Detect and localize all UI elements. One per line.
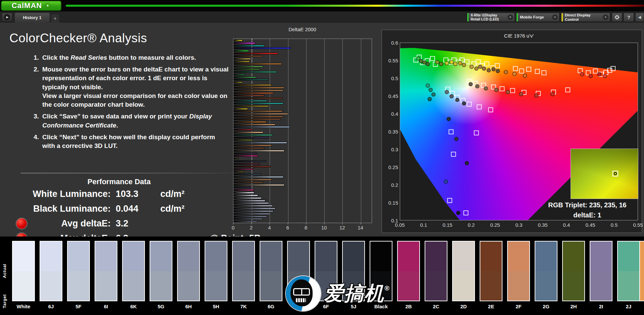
help-button[interactable]: ? <box>624 13 634 22</box>
cie-measured-point[interactable] <box>478 65 482 69</box>
cie-measured-point[interactable] <box>513 72 516 76</box>
delta-e-bar[interactable] <box>233 137 270 139</box>
cie-measured-point[interactable] <box>445 90 449 94</box>
cie-target-square[interactable] <box>542 71 546 75</box>
collapse-panel-button[interactable]: ◀ <box>635 13 644 22</box>
cie-measured-point[interactable] <box>435 60 439 64</box>
cie-target-square[interactable] <box>520 69 524 73</box>
delta-e-bar[interactable] <box>233 113 288 115</box>
cie-target-square[interactable] <box>500 87 504 91</box>
delta-e-bar[interactable] <box>233 103 283 104</box>
cie-measured-point[interactable] <box>450 95 453 98</box>
delta-e-bar[interactable] <box>233 47 291 49</box>
cie-measured-point[interactable] <box>428 97 432 101</box>
cie-target-square[interactable] <box>535 69 540 73</box>
delta-e-bar[interactable] <box>233 84 272 86</box>
cie-target-square[interactable] <box>447 198 452 203</box>
cie-measured-point[interactable] <box>432 93 435 96</box>
delta-e-bar[interactable] <box>233 108 248 110</box>
delta-e-bar[interactable] <box>233 192 254 194</box>
display-control-dropdown[interactable]: Direct Display Control ▼ <box>561 13 610 22</box>
meter-dropdown[interactable]: X-Rite i1Display Retail LCD (LED) ▼ <box>467 13 515 22</box>
delta-e-bar[interactable] <box>233 195 258 196</box>
delta-e-bar[interactable] <box>233 116 283 117</box>
delta-e-bar[interactable] <box>233 97 282 99</box>
delta-e-bar[interactable] <box>233 176 283 178</box>
delta-e-bar[interactable] <box>233 171 245 172</box>
cie-measured-point[interactable] <box>445 61 449 65</box>
cie-measured-point[interactable] <box>444 180 448 183</box>
cie-measured-point[interactable] <box>589 74 593 78</box>
delta-e-bar[interactable] <box>233 82 243 83</box>
tab-history-1[interactable]: History 1 <box>14 12 50 22</box>
delta-e-bar[interactable] <box>233 210 273 212</box>
delta-e-bar[interactable] <box>233 221 257 222</box>
cie-measured-point[interactable] <box>453 62 457 66</box>
delta-e-bar[interactable] <box>233 145 272 146</box>
cie-measured-point[interactable] <box>469 83 473 86</box>
cie-measured-point[interactable] <box>476 85 479 88</box>
delta-e-bar[interactable] <box>233 202 269 204</box>
cie-measured-point[interactable] <box>603 74 607 78</box>
delta-e-bar[interactable] <box>233 218 263 220</box>
delta-e-bar[interactable] <box>233 63 282 65</box>
delta-e-bar[interactable] <box>233 40 243 41</box>
delta-e-bar[interactable] <box>233 153 257 154</box>
cie-measured-point[interactable] <box>447 117 450 121</box>
delta-e-bar[interactable] <box>233 150 284 152</box>
delta-e-bar[interactable] <box>233 179 272 180</box>
cie-measured-point[interactable] <box>426 62 430 66</box>
delta-e-bar[interactable] <box>233 92 273 94</box>
cie-target-square[interactable] <box>485 62 489 66</box>
cie-target-square[interactable] <box>566 88 570 92</box>
cie-measured-point[interactable] <box>465 161 469 165</box>
cie-measured-point[interactable] <box>426 84 430 88</box>
delta-e-bar[interactable] <box>233 147 264 149</box>
settings-button[interactable] <box>612 13 622 22</box>
cie-target-square[interactable] <box>430 56 435 61</box>
delta-e-bar[interactable] <box>233 208 275 209</box>
delta-e-bar[interactable] <box>233 76 256 78</box>
cie-measured-point[interactable] <box>597 72 601 76</box>
delta-e-bar[interactable] <box>233 168 254 170</box>
delta-e-bar[interactable] <box>233 216 267 217</box>
delta-e-bar[interactable] <box>233 200 265 202</box>
cie-measured-point[interactable] <box>462 102 466 105</box>
cie-measured-point[interactable] <box>492 67 495 71</box>
delta-e-bar[interactable] <box>233 160 266 162</box>
cie-measured-point[interactable] <box>496 69 500 73</box>
cie-measured-point[interactable] <box>458 61 462 65</box>
calman-menu-button[interactable]: CalMAN ▼ <box>1 1 61 11</box>
delta-e-bar[interactable] <box>233 166 271 167</box>
cie-measured-point[interactable] <box>551 92 554 96</box>
cie-measured-point[interactable] <box>439 62 443 66</box>
cie-target-square[interactable] <box>451 152 456 156</box>
delta-e-bar[interactable] <box>233 118 281 120</box>
delta-e-bar[interactable] <box>233 139 253 141</box>
cie-target-square[interactable] <box>495 63 499 68</box>
cie-target-square[interactable] <box>527 67 531 71</box>
delta-e-bar[interactable] <box>233 95 264 96</box>
delta-e-bar[interactable] <box>233 121 266 123</box>
cie-measured-point[interactable] <box>519 92 523 96</box>
delta-e-bar[interactable] <box>233 158 239 159</box>
cie-measured-point[interactable] <box>523 74 527 77</box>
delta-e-bar[interactable] <box>233 134 273 136</box>
delta-e-bar[interactable] <box>233 58 251 60</box>
delta-e-bar[interactable] <box>233 163 260 165</box>
delta-e-bar[interactable] <box>233 61 250 62</box>
delta-e-bar[interactable] <box>233 42 255 44</box>
cie-target-square[interactable] <box>593 69 598 73</box>
delta-e-bar[interactable] <box>233 55 263 57</box>
source-dropdown[interactable]: Mobile Forge ▼ <box>516 13 559 22</box>
delta-e-bar[interactable] <box>233 197 262 199</box>
delta-e-bar[interactable] <box>233 181 263 183</box>
cie-target-square[interactable] <box>464 211 468 215</box>
cie-measured-point[interactable] <box>450 60 453 64</box>
cie-measured-point[interactable] <box>455 98 459 102</box>
cie-measured-point[interactable] <box>475 67 478 70</box>
cie-target-square[interactable] <box>465 60 469 64</box>
cie-measured-point[interactable] <box>504 70 508 74</box>
cie-target-square[interactable] <box>511 89 515 93</box>
delta-e-bar[interactable] <box>233 90 283 91</box>
